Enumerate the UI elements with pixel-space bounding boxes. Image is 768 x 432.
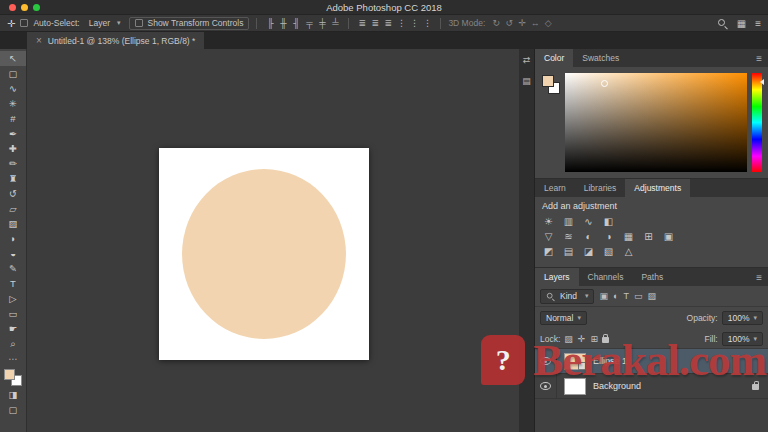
- layer-visibility-toggle[interactable]: [535, 374, 557, 398]
- panel-menu-icon[interactable]: ≡: [755, 18, 761, 29]
- screen-mode-button[interactable]: ▢: [0, 402, 26, 417]
- distribute-icon[interactable]: ⋮: [395, 18, 407, 28]
- layer-row-ellipse-1[interactable]: Ellipse 1: [535, 349, 768, 374]
- layer-thumbnail[interactable]: [564, 378, 586, 395]
- adjustment-icon[interactable]: ∿: [582, 216, 595, 227]
- clone-stamp-tool[interactable]: ♜: [0, 171, 26, 186]
- tab-color[interactable]: Color: [535, 49, 573, 67]
- layer-thumbnail[interactable]: [564, 353, 586, 370]
- close-window-button[interactable]: [9, 4, 16, 11]
- adjustment-icon[interactable]: △: [622, 246, 635, 257]
- workspace-switcher-icon[interactable]: ▦: [737, 18, 746, 29]
- 3d-mode-icon[interactable]: ↺: [503, 18, 515, 28]
- search-icon[interactable]: [717, 18, 728, 29]
- filter-type-icon[interactable]: ▭: [634, 291, 643, 301]
- align-icon[interactable]: ╪: [316, 18, 328, 28]
- zoom-window-button[interactable]: [33, 4, 40, 11]
- hand-tool[interactable]: ☛: [0, 321, 26, 336]
- filter-type-icon[interactable]: T: [623, 291, 629, 301]
- layer-name[interactable]: Ellipse 1: [593, 356, 627, 366]
- align-icon[interactable]: ╧: [329, 18, 341, 28]
- auto-select-target-select[interactable]: Layer: [85, 17, 125, 29]
- align-icon[interactable]: ╢: [290, 18, 302, 28]
- blur-tool[interactable]: ◗: [0, 231, 26, 246]
- filter-kind-select[interactable]: Kind: [540, 289, 594, 304]
- adjustment-icon[interactable]: ☀: [542, 216, 555, 227]
- filter-type-icon[interactable]: ▣: [600, 291, 609, 301]
- filter-type-icon[interactable]: ▨: [648, 291, 657, 301]
- canvas-area[interactable]: [27, 49, 519, 432]
- distribute-icon[interactable]: ≣: [382, 18, 394, 28]
- auto-select-checkbox[interactable]: [20, 19, 28, 27]
- adjustment-icon[interactable]: ▣: [662, 231, 675, 242]
- distribute-icon[interactable]: ≣: [369, 18, 381, 28]
- foreground-color-chip[interactable]: [542, 75, 554, 87]
- color-panel-menu-icon[interactable]: ≡: [756, 53, 762, 64]
- collapsed-panel-icon[interactable]: ▤: [522, 76, 531, 86]
- document-canvas[interactable]: [159, 148, 369, 360]
- layer-row-background[interactable]: Background: [535, 374, 768, 399]
- dodge-tool[interactable]: ◒: [0, 246, 26, 261]
- hue-slider-marker[interactable]: [760, 79, 764, 85]
- tab-adjustments[interactable]: Adjustments: [625, 179, 690, 197]
- opacity-select[interactable]: 100%: [722, 311, 763, 325]
- crop-tool[interactable]: #: [0, 111, 26, 126]
- adjustment-icon[interactable]: ▤: [562, 246, 575, 257]
- lock-all-icon[interactable]: [602, 337, 609, 343]
- adjustment-icon[interactable]: ▧: [602, 246, 615, 257]
- document-tab[interactable]: × Untitled-1 @ 138% (Ellipse 1, RGB/8) *: [27, 32, 204, 49]
- tab-paths[interactable]: Paths: [632, 268, 672, 286]
- adjustment-icon[interactable]: ⊞: [642, 231, 655, 242]
- eyedropper-tool[interactable]: ✒: [0, 126, 26, 141]
- distribute-icon[interactable]: ≣: [356, 18, 368, 28]
- layer-name[interactable]: Background: [593, 381, 641, 391]
- fill-select[interactable]: 100%: [722, 332, 763, 346]
- lock-option-icon[interactable]: ✛: [578, 334, 586, 344]
- healing-brush-tool[interactable]: ✚: [0, 141, 26, 156]
- shape-tool[interactable]: ▭: [0, 306, 26, 321]
- collapse-panels-icon[interactable]: ⇄: [523, 55, 531, 65]
- filter-type-icon[interactable]: ◐: [613, 291, 618, 301]
- gradient-tool[interactable]: ▨: [0, 216, 26, 231]
- layer-visibility-toggle[interactable]: [535, 349, 557, 373]
- tab-swatches[interactable]: Swatches: [573, 49, 628, 67]
- move-tool[interactable]: ↖: [0, 51, 26, 66]
- align-icon[interactable]: ╟: [264, 18, 276, 28]
- marquee-tool[interactable]: ▢: [0, 66, 26, 81]
- adjustment-icon[interactable]: ◑: [602, 231, 615, 242]
- adjustment-icon[interactable]: ≋: [562, 231, 575, 242]
- brush-tool[interactable]: ✏: [0, 156, 26, 171]
- show-transform-checkbox[interactable]: [135, 19, 143, 27]
- pen-tool[interactable]: ✎: [0, 261, 26, 276]
- eraser-tool[interactable]: ▱: [0, 201, 26, 216]
- adjustment-icon[interactable]: ▦: [622, 231, 635, 242]
- minimize-window-button[interactable]: [21, 4, 28, 11]
- 3d-mode-icon[interactable]: ↔: [529, 18, 541, 28]
- align-icon[interactable]: ╤: [303, 18, 315, 28]
- adjustment-icon[interactable]: ▽: [542, 231, 555, 242]
- quick-mask-button[interactable]: ◨: [0, 387, 26, 402]
- zoom-tool[interactable]: ⌕: [0, 336, 26, 351]
- 3d-mode-icon[interactable]: ↻: [490, 18, 502, 28]
- foreground-color-swatch[interactable]: [4, 369, 15, 380]
- color-picker-marker[interactable]: [601, 80, 608, 87]
- lasso-tool[interactable]: ∿: [0, 81, 26, 96]
- align-icon[interactable]: ╫: [277, 18, 289, 28]
- distribute-icon[interactable]: ⋮: [408, 18, 420, 28]
- quick-selection-tool[interactable]: ✳: [0, 96, 26, 111]
- adjustment-icon[interactable]: ▥: [562, 216, 575, 227]
- type-tool[interactable]: T: [0, 276, 26, 291]
- close-tab-icon[interactable]: ×: [36, 35, 42, 46]
- ellipse-shape[interactable]: [182, 169, 346, 339]
- tab-channels[interactable]: Channels: [579, 268, 633, 286]
- saturation-brightness-field[interactable]: [565, 73, 747, 172]
- distribute-icon[interactable]: ⋮: [421, 18, 433, 28]
- path-selection-tool[interactable]: ▷: [0, 291, 26, 306]
- tab-learn[interactable]: Learn: [535, 179, 575, 197]
- lock-option-icon[interactable]: ⊞: [590, 334, 598, 344]
- layers-panel-menu-icon[interactable]: ≡: [756, 272, 762, 283]
- 3d-mode-icon[interactable]: ◇: [542, 18, 554, 28]
- lock-option-icon[interactable]: ▨: [564, 334, 573, 344]
- tab-libraries[interactable]: Libraries: [575, 179, 626, 197]
- edit-toolbar-button[interactable]: ⋯: [0, 351, 26, 366]
